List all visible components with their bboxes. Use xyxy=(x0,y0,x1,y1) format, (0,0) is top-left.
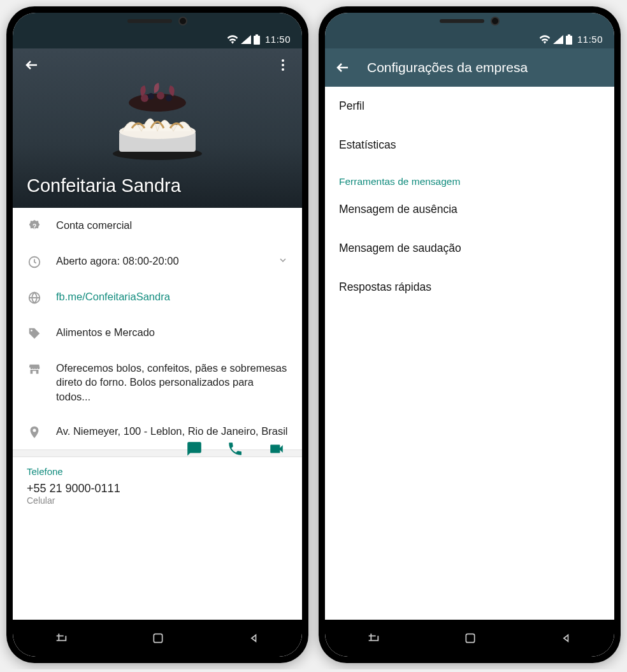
address-text: Av. Niemeyer, 100 - Leblon, Rio de Janei… xyxy=(56,424,288,438)
settings-section-header: Ferramentas de mensagem xyxy=(325,164,614,190)
phone-frame-right: 11:50 Configurações da empresa Perfil Es… xyxy=(319,6,621,663)
description-row: Oferecemos bolos, confeitos, pães e sobr… xyxy=(13,351,302,414)
svg-point-12 xyxy=(166,95,172,101)
wifi-icon xyxy=(539,35,551,44)
settings-item-greeting[interactable]: Mensagem de saudação xyxy=(325,229,614,268)
globe-icon xyxy=(27,289,42,305)
hero-image xyxy=(100,68,215,163)
signal-icon xyxy=(553,35,563,44)
settings-item-away[interactable]: Mensagem de ausência xyxy=(325,190,614,229)
svg-point-2 xyxy=(282,59,284,62)
phone-section-label: Telefone xyxy=(13,457,302,478)
location-icon xyxy=(27,424,42,439)
settings-item-stats[interactable]: Estatísticas xyxy=(325,126,614,164)
battery-icon xyxy=(566,34,572,45)
android-nav-bar xyxy=(325,620,614,657)
website-link[interactable]: fb.me/ConfeitariaSandra xyxy=(56,289,288,303)
home-button[interactable] xyxy=(152,632,164,645)
back-icon[interactable] xyxy=(24,57,40,73)
recent-apps-button[interactable] xyxy=(366,631,380,645)
back-button[interactable] xyxy=(248,632,261,645)
account-type-text: Conta comercial xyxy=(56,218,288,232)
message-icon[interactable] xyxy=(186,441,203,457)
settings-item-quick[interactable]: Respostas rápidas xyxy=(325,268,614,307)
recent-apps-button[interactable] xyxy=(54,631,68,645)
screen-right: 11:50 Configurações da empresa Perfil Es… xyxy=(325,13,614,657)
signal-icon xyxy=(241,35,251,44)
app-bar: Configurações da empresa xyxy=(325,48,614,87)
category-text: Alimentos e Mercado xyxy=(56,325,288,339)
profile-hero: Confeitaria Sandra xyxy=(13,48,302,208)
wifi-icon xyxy=(227,35,238,44)
status-time: 11:50 xyxy=(265,34,291,45)
badge-icon: ? xyxy=(27,218,42,233)
video-icon[interactable] xyxy=(268,441,285,457)
settings-item-profile[interactable]: Perfil xyxy=(325,87,614,126)
svg-rect-18 xyxy=(566,36,572,45)
svg-rect-0 xyxy=(254,36,260,45)
hours-text: Aberto agora: 08:00-20:00 xyxy=(56,254,264,268)
svg-rect-20 xyxy=(466,634,474,642)
hours-row[interactable]: Aberto agora: 08:00-20:00 xyxy=(13,244,302,279)
call-icon[interactable] xyxy=(227,441,243,457)
svg-point-10 xyxy=(148,93,154,99)
appbar-title: Configurações da empresa xyxy=(367,60,528,75)
chevron-down-icon xyxy=(278,254,288,265)
svg-point-11 xyxy=(157,92,164,99)
clock-icon xyxy=(27,254,42,269)
phone-frame-left: 11:50 xyxy=(6,6,308,663)
business-name: Confeitaria Sandra xyxy=(13,164,302,208)
website-row[interactable]: fb.me/ConfeitariaSandra xyxy=(13,279,302,315)
phone-section: Telefone +55 21 9000-0111 Celular xyxy=(13,457,302,515)
back-button[interactable] xyxy=(560,632,573,645)
status-time: 11:50 xyxy=(577,34,603,45)
tag-icon xyxy=(27,325,42,340)
svg-rect-19 xyxy=(568,34,570,36)
svg-text:?: ? xyxy=(32,223,36,230)
battery-icon xyxy=(254,34,260,45)
category-row: Alimentos e Mercado xyxy=(13,315,302,351)
store-icon xyxy=(27,361,42,376)
svg-point-4 xyxy=(282,68,284,71)
phone-hardware xyxy=(127,17,187,26)
phone-hardware xyxy=(440,17,500,26)
back-icon[interactable] xyxy=(335,60,350,75)
svg-point-3 xyxy=(282,64,284,66)
screen-left: 11:50 xyxy=(13,13,302,657)
settings-list: Perfil Estatísticas Ferramentas de mensa… xyxy=(325,87,614,307)
svg-rect-17 xyxy=(154,634,162,642)
more-icon[interactable] xyxy=(275,57,291,73)
home-button[interactable] xyxy=(464,632,477,645)
svg-point-16 xyxy=(31,330,32,332)
phone-number[interactable]: +55 21 9000-0111 xyxy=(13,478,302,495)
phone-type: Celular xyxy=(13,495,302,515)
account-type-row: ? Conta comercial xyxy=(13,208,302,244)
svg-rect-1 xyxy=(256,34,258,36)
business-info-list: ? Conta comercial Aberto agora: 08:00-20… xyxy=(13,208,302,449)
description-text: Oferecemos bolos, confeitos, pães e sobr… xyxy=(56,361,288,404)
android-nav-bar xyxy=(13,620,302,657)
